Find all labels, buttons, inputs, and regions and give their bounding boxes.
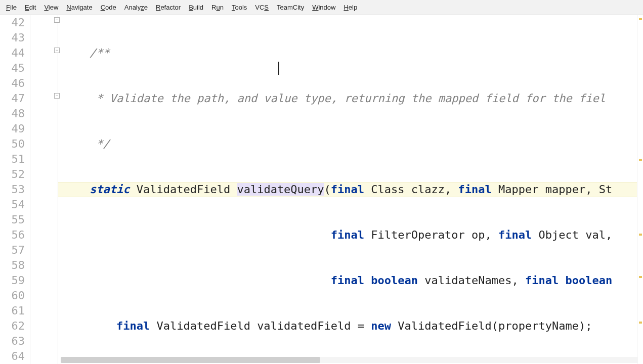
line-number[interactable]: 46 [0, 76, 25, 91]
line-number[interactable]: 55 [0, 212, 25, 228]
warning-marker[interactable] [639, 234, 642, 236]
menubar: File Edit View Navigate Code Analyze Ref… [0, 0, 643, 15]
warning-marker[interactable] [639, 322, 642, 324]
line-number[interactable]: 50 [0, 136, 25, 152]
menu-refactor[interactable]: Refactor [152, 2, 185, 13]
line-number[interactable]: 63 [0, 334, 25, 349]
comment-text: * Validate the path, and value type, ret… [90, 92, 606, 105]
comment-text: */ [90, 138, 110, 150]
line-number[interactable]: 51 [0, 152, 25, 167]
line-number[interactable]: 44 [0, 46, 25, 61]
menu-build[interactable]: Build [185, 2, 207, 13]
line-number[interactable]: 64 [0, 349, 25, 364]
fold-strip[interactable]: − − − [30, 15, 58, 364]
menu-run[interactable]: Run [207, 2, 228, 13]
editor-area: 4243444546474849505152535455565758596061… [0, 15, 643, 364]
text-caret [278, 62, 279, 75]
line-number[interactable]: 61 [0, 303, 25, 318]
line-number[interactable]: 56 [0, 228, 25, 243]
horizontal-scrollbar[interactable] [61, 357, 638, 363]
menu-tools[interactable]: Tools [228, 2, 251, 13]
current-line: static ValidatedField validateQuery(fina… [58, 182, 637, 197]
line-number[interactable]: 54 [0, 197, 25, 212]
menu-analyze[interactable]: Analyze [120, 2, 152, 13]
line-number[interactable]: 58 [0, 258, 25, 273]
line-number[interactable]: 42 [0, 15, 25, 30]
line-number[interactable]: 53 [0, 182, 25, 197]
menu-edit[interactable]: Edit [21, 2, 40, 13]
menu-view[interactable]: View [40, 2, 62, 13]
menu-window[interactable]: Window [308, 2, 339, 13]
warning-marker[interactable] [639, 276, 642, 278]
highlighted-identifier: validateQuery [237, 183, 324, 196]
menu-help[interactable]: Help [339, 2, 361, 13]
line-number[interactable]: 43 [0, 30, 25, 46]
menu-file[interactable]: File [2, 2, 21, 13]
line-gutter[interactable]: 4243444546474849505152535455565758596061… [0, 15, 30, 364]
menu-code[interactable]: Code [97, 2, 120, 13]
menu-teamcity[interactable]: TeamCity [273, 2, 308, 13]
scrollbar-thumb[interactable] [61, 357, 320, 363]
line-number[interactable]: 45 [0, 61, 25, 76]
warning-marker[interactable] [639, 159, 642, 161]
line-number[interactable]: 47 [0, 91, 25, 106]
error-marker-strip[interactable] [637, 15, 643, 364]
warning-marker[interactable] [639, 18, 642, 20]
line-number[interactable]: 52 [0, 167, 25, 182]
line-number[interactable]: 62 [0, 318, 25, 334]
code-editor[interactable]: /** * Validate the path, and value type,… [58, 15, 637, 364]
line-number[interactable]: 49 [0, 121, 25, 136]
menu-vcs[interactable]: VCS [251, 2, 273, 13]
line-number[interactable]: 48 [0, 106, 25, 121]
line-number[interactable]: 59 [0, 273, 25, 288]
comment-text: /** [90, 47, 110, 59]
menu-navigate[interactable]: Navigate [62, 2, 96, 13]
line-number[interactable]: 57 [0, 243, 25, 258]
line-number[interactable]: 60 [0, 288, 25, 303]
